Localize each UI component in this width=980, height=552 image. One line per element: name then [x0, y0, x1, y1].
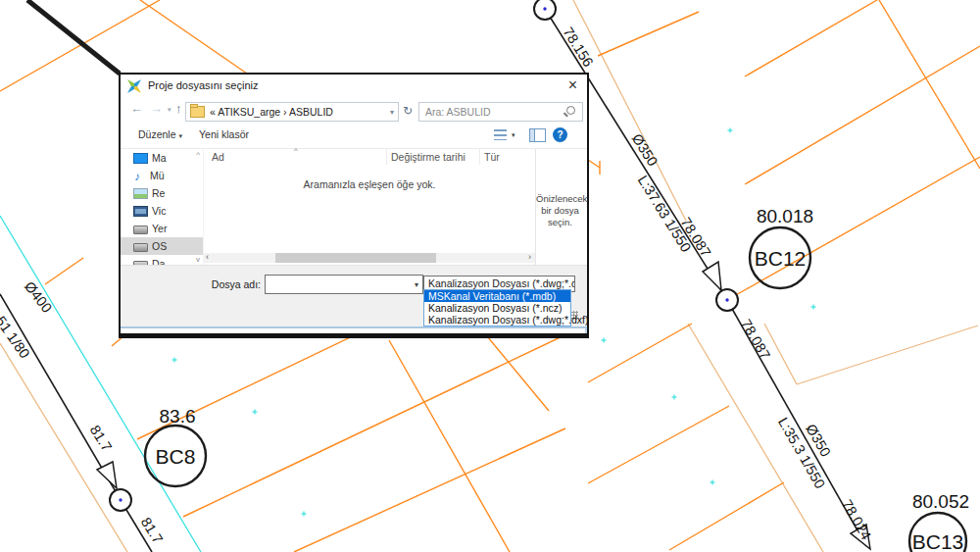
sidebar-item-vic[interactable]: Vic: [121, 202, 203, 220]
file-type-option[interactable]: MSKanal Veritabanı (*.mdb): [424, 290, 570, 302]
dialog-body: MaMüReVicYerOSDa ^ v ^ Ad Değiştirme tar…: [121, 149, 587, 265]
horizontal-scrollbar[interactable]: ‹ ›: [204, 253, 535, 263]
sidebar-item-label: Re: [152, 184, 165, 202]
breadcrumb-folder[interactable]: ATIKSU_arge: [218, 106, 280, 118]
file-type-dropdown: MSKanal Veritabanı (*.mdb)Kanalizasyon D…: [423, 289, 571, 326]
dialog-title: Proje dosyasını seçiniz: [148, 79, 259, 91]
sidebar-item-da[interactable]: Da: [121, 255, 203, 265]
parcel-line: [478, 326, 549, 411]
views-chevron-icon[interactable]: ▾: [512, 131, 515, 139]
scrollbar-thumb[interactable]: [275, 253, 436, 263]
breadcrumb-prefix: «: [210, 106, 216, 118]
dialog-navbar: ← → ▾ ↑ « ATIKSU_arge › ASBULID ▾ ↻ Ara:…: [121, 98, 587, 124]
sidebar-scroll-up-icon[interactable]: ^: [196, 150, 200, 159]
sidebar: MaMüReVicYerOSDa ^ v: [121, 149, 203, 265]
search-icon[interactable]: [566, 106, 575, 115]
sidebar-item-re[interactable]: Re: [121, 184, 203, 202]
folder-icon: [190, 106, 205, 118]
sidebar-item-ma[interactable]: Ma: [121, 149, 203, 167]
breadcrumb[interactable]: « ATIKSU_arge › ASBULID ▾: [185, 102, 399, 122]
sidebar-item-label: OS: [152, 237, 167, 255]
sidebar-item-os[interactable]: OS: [121, 237, 203, 255]
file-type-option[interactable]: Kanalizasyon Dosyası (*.dwg;*.dxf): [424, 314, 570, 326]
parcel-line: [140, 0, 247, 74]
views-icon[interactable]: [494, 129, 507, 140]
scroll-left-icon[interactable]: ‹: [206, 252, 209, 262]
sidebar-item-label: Vic: [152, 202, 166, 220]
disk-icon: [133, 243, 148, 252]
column-header-type[interactable]: Tür: [479, 149, 535, 165]
parcel-line: [588, 324, 692, 382]
structure-elevation: 80.018: [757, 206, 813, 226]
close-icon[interactable]: ×: [568, 76, 577, 94]
file-name-input[interactable]: ▾: [265, 275, 423, 294]
organize-button[interactable]: Düzenle ▾: [138, 128, 182, 140]
history-chevron-icon[interactable]: ▾: [168, 106, 172, 114]
parcel-line: [389, 340, 510, 552]
forward-icon[interactable]: →: [150, 101, 163, 116]
breadcrumb-separator: ›: [283, 106, 287, 118]
file-type-option[interactable]: Kanalizasyon Dosyası (*.ncz): [424, 302, 570, 314]
parcel-line: [727, 157, 980, 300]
structure-id: BC8: [156, 445, 196, 468]
search-input[interactable]: Ara: ASBULID: [418, 102, 583, 122]
desktop-icon: [133, 153, 148, 164]
parcel-line: [879, 0, 980, 169]
open-file-dialog: Proje dosyasını seçiniz × ← → ▾ ↑ « ATIK…: [119, 73, 589, 338]
parcel-line: [183, 326, 585, 517]
sidebar-scroll-down-icon[interactable]: v: [196, 255, 200, 264]
pipe-label: L:37.63 1/550: [635, 173, 695, 255]
sidebar-item-label: Da: [152, 255, 165, 265]
manhole-center-dot: [119, 498, 122, 501]
parcel-line: [797, 326, 978, 384]
organize-chevron-icon: ▾: [178, 132, 182, 139]
manhole-center-dot: [725, 298, 728, 301]
help-icon[interactable]: ?: [553, 127, 567, 142]
dialog-titlebar[interactable]: Proje dosyasını seçiniz ×: [121, 75, 587, 98]
parcel-line: [745, 0, 877, 76]
videos-icon: [133, 206, 148, 217]
music-icon: [133, 171, 146, 181]
refresh-icon[interactable]: ↻: [403, 104, 413, 118]
structure-id: BC13: [912, 530, 964, 552]
sidebar-item-label: Mü: [150, 167, 165, 184]
structure-elevation: 80.052: [912, 491, 969, 512]
back-icon[interactable]: ←: [130, 101, 143, 116]
pipe-label: 51 1/80: [0, 314, 32, 362]
empty-message: Aramanızla eşleşen öğe yok.: [204, 178, 535, 190]
list-header: ^ Ad Değiştirme tarihi Tür: [204, 149, 535, 165]
breadcrumb-folder-current[interactable]: ASBULID: [289, 106, 333, 118]
sort-caret-icon: ^: [294, 146, 298, 155]
up-icon[interactable]: ↑: [175, 101, 182, 116]
preview-pane: Önizlenecek bir dosya seçin.: [535, 149, 584, 265]
dialog-toolbar: Düzenle ▾ Yeni klasör ▾ ?: [121, 124, 587, 149]
pictures-icon: [133, 188, 148, 199]
file-name-chevron-icon[interactable]: ▾: [415, 280, 418, 289]
pipe-label: 78.087: [738, 317, 773, 362]
new-folder-button[interactable]: Yeni klasör: [199, 128, 249, 140]
breadcrumb-chevron-icon[interactable]: ▾: [390, 108, 394, 117]
disk-icon: [133, 226, 148, 234]
sidebar-item-yer[interactable]: Yer: [121, 220, 203, 237]
parcel-line: [588, 406, 729, 483]
preview-pane-icon[interactable]: [529, 128, 546, 142]
column-header-date[interactable]: Değiştirme tarihi: [386, 149, 479, 165]
scroll-right-icon[interactable]: ›: [528, 252, 531, 262]
app-icon: [127, 79, 141, 93]
parcel-line: [588, 160, 600, 168]
structure-elevation: 83.6: [160, 406, 196, 427]
sidebar-item-mü[interactable]: Mü: [121, 167, 203, 184]
parcel-line: [294, 428, 565, 552]
parcel-line: [573, 0, 686, 221]
search-placeholder: Ara: ASBULID: [425, 106, 491, 118]
structure-id: BC12: [755, 247, 807, 270]
parcel-line: [598, 12, 699, 56]
pipe-line: [27, 0, 120, 74]
file-name-label: Dosya adı:: [174, 278, 261, 290]
manhole-center-dot: [543, 7, 546, 10]
file-list: ^ Ad Değiştirme tarihi Tür Aramanızla eş…: [203, 149, 535, 265]
sidebar-item-label: Yer: [152, 220, 167, 237]
sidebar-item-label: Ma: [152, 149, 167, 167]
app-stage: BC883.6BC1280.018BC1380.05278.156Ø350L:3…: [0, 0, 980, 552]
pipe-label: Ø400: [22, 278, 55, 316]
